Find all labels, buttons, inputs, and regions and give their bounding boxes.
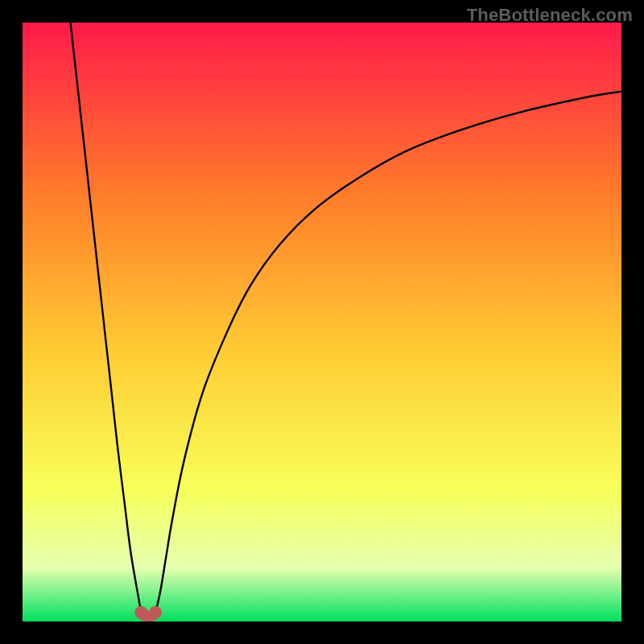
marker-u-right [149, 606, 162, 619]
marker-u-left [134, 606, 147, 619]
plot-area [23, 23, 621, 621]
chart-svg [23, 23, 621, 621]
chart-frame: TheBottleneck.com [0, 0, 644, 644]
watermark-source: TheBottleneck.com [467, 5, 633, 26]
gradient-background [23, 23, 621, 621]
